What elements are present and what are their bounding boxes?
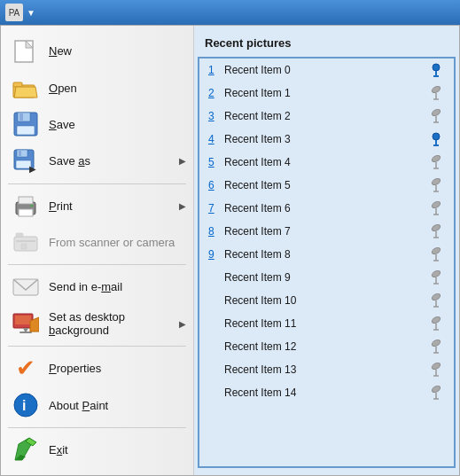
- menu-item-properties[interactable]: ✔ Properties: [1, 350, 193, 386]
- svg-point-75: [431, 385, 441, 394]
- save-label: Save: [49, 118, 75, 131]
- recent-item[interactable]: Recent Item 14: [201, 381, 452, 404]
- recent-item-name: Recent Item 3: [224, 133, 427, 145]
- recent-item[interactable]: 9Recent Item 8: [201, 243, 452, 266]
- svg-point-72: [431, 362, 441, 371]
- pin-button[interactable]: [427, 61, 445, 79]
- recent-item[interactable]: 8Recent Item 7: [201, 220, 452, 243]
- print-label: Print: [49, 199, 73, 213]
- about-label: About Paint: [49, 399, 108, 412]
- recent-item[interactable]: 6Recent Item 5: [201, 174, 452, 197]
- pin-button[interactable]: [427, 222, 445, 240]
- title-bar: PA ▼: [0, 0, 460, 25]
- svg-rect-8: [17, 126, 35, 135]
- save-icon: [12, 110, 40, 138]
- menu-separator-4: [8, 427, 186, 428]
- svg-rect-19: [16, 240, 35, 242]
- svg-point-39: [431, 108, 441, 117]
- recent-item[interactable]: 5Recent Item 4: [201, 151, 452, 174]
- menu-item-scanner: From scanner or camera: [1, 224, 193, 261]
- pin-button[interactable]: [427, 176, 445, 194]
- saveas-label: Save as: [49, 154, 90, 168]
- menu-item-open[interactable]: Open: [1, 69, 193, 105]
- about-icon: i: [12, 391, 40, 419]
- pin-button[interactable]: [427, 84, 445, 102]
- saveas-arrow: ▶: [179, 156, 186, 166]
- properties-icon: ✔: [12, 355, 40, 383]
- pin-button[interactable]: [427, 130, 445, 148]
- pin-button[interactable]: [427, 292, 445, 309]
- pin-button[interactable]: [427, 338, 445, 355]
- menu-container: New Open Save: [0, 25, 460, 476]
- recent-item[interactable]: 1Recent Item 0: [201, 59, 452, 82]
- recent-item[interactable]: Recent Item 9: [201, 266, 452, 289]
- recent-item[interactable]: Recent Item 11: [201, 312, 452, 335]
- recent-item[interactable]: Recent Item 10: [201, 289, 452, 312]
- svg-point-63: [431, 293, 441, 301]
- recent-item[interactable]: 7Recent Item 6: [201, 197, 452, 220]
- print-icon: [12, 191, 40, 220]
- recent-item-name: Recent Item 13: [224, 363, 427, 376]
- svg-point-36: [431, 85, 441, 94]
- svg-point-45: [431, 154, 441, 163]
- desktop-icon: [12, 309, 40, 338]
- menu-item-exit[interactable]: Exit: [1, 432, 193, 468]
- svg-marker-25: [23, 328, 28, 332]
- new-label: New: [49, 44, 72, 58]
- svg-point-69: [431, 339, 441, 347]
- right-panel: Recent pictures 1Recent Item 0 2Recent I…: [194, 26, 459, 475]
- pin-button[interactable]: [427, 107, 445, 125]
- menu-item-save[interactable]: Save: [1, 106, 193, 143]
- menu-separator-3: [8, 346, 186, 347]
- menu-item-saveas[interactable]: ▶ Save as ▶: [1, 143, 193, 179]
- svg-point-51: [431, 200, 441, 209]
- menu-item-desktop[interactable]: Set as desktop background ▶: [1, 306, 193, 342]
- properties-label: Properties: [49, 362, 101, 375]
- pin-button[interactable]: [427, 269, 445, 286]
- recent-item-name: Recent Item 11: [224, 317, 427, 330]
- recent-item-number: 9: [208, 248, 221, 261]
- svg-rect-10: [17, 150, 27, 157]
- pin-button[interactable]: [427, 384, 445, 402]
- recent-item[interactable]: Recent Item 12: [201, 335, 452, 358]
- svg-rect-20: [21, 244, 27, 249]
- svg-rect-3: [13, 82, 22, 87]
- recent-item[interactable]: Recent Item 13: [201, 358, 452, 381]
- recent-item-name: Recent Item 1: [224, 87, 427, 99]
- recent-item-name: Recent Item 0: [224, 64, 427, 76]
- recent-item-name: Recent Item 4: [224, 156, 427, 168]
- recent-item-number: 2: [208, 87, 221, 99]
- left-panel: New Open Save: [1, 26, 194, 475]
- exit-icon: [12, 435, 40, 464]
- svg-rect-11: [19, 151, 21, 156]
- menu-item-about[interactable]: i About Paint: [1, 386, 193, 423]
- recent-item[interactable]: 3Recent Item 2: [201, 105, 452, 128]
- svg-point-57: [431, 246, 441, 255]
- pin-button[interactable]: [427, 361, 445, 378]
- recent-item-name: Recent Item 8: [224, 248, 427, 261]
- menu-item-print[interactable]: Print ▶: [1, 187, 193, 223]
- recent-title: Recent pictures: [194, 33, 459, 57]
- pin-button[interactable]: [427, 153, 445, 171]
- scanner-icon: [12, 229, 40, 257]
- menu-item-email[interactable]: Send in e-mail: [1, 269, 193, 305]
- pin-button[interactable]: [427, 246, 445, 263]
- svg-text:▶: ▶: [29, 164, 36, 174]
- title-dropdown[interactable]: ▼: [27, 8, 35, 18]
- pin-button[interactable]: [427, 199, 445, 217]
- svg-rect-17: [30, 205, 33, 207]
- print-arrow: ▶: [179, 201, 186, 211]
- svg-rect-24: [15, 316, 31, 324]
- recent-item-number: 8: [208, 225, 221, 238]
- svg-point-33: [433, 64, 440, 71]
- pin-button[interactable]: [427, 315, 445, 332]
- recent-item-name: Recent Item 6: [224, 202, 427, 215]
- recent-item[interactable]: 2Recent Item 1: [201, 82, 452, 105]
- exit-label: Exit: [49, 443, 68, 456]
- recent-item-number: 4: [208, 133, 221, 145]
- right-panel-inner: 1Recent Item 0 2Recent Item 1 3Recent It…: [198, 57, 456, 468]
- recent-item[interactable]: 4Recent Item 3: [201, 128, 452, 151]
- recent-item-number: 1: [208, 64, 221, 76]
- recent-item-name: Recent Item 5: [224, 179, 427, 191]
- menu-item-new[interactable]: New: [1, 33, 193, 69]
